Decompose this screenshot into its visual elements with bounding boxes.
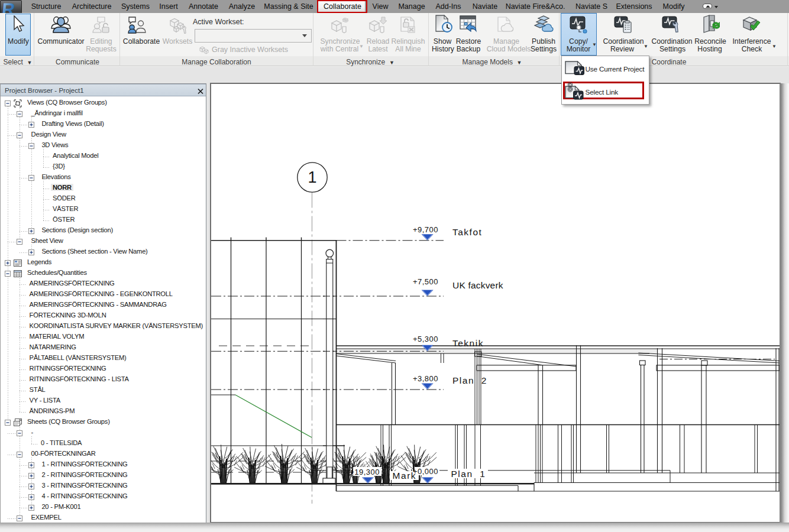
svg-text:Takfot: Takfot	[452, 227, 482, 237]
svg-text:Plan 1: Plan 1	[451, 469, 486, 479]
svg-text:1: 1	[308, 168, 316, 186]
svg-text:+7,500: +7,500	[413, 277, 438, 286]
svg-text:Teknik: Teknik	[452, 338, 484, 348]
svg-text:+5,300: +5,300	[413, 335, 438, 343]
svg-text:+19,300: +19,300	[350, 468, 380, 476]
svg-text:UK fackverk: UK fackverk	[452, 280, 503, 290]
svg-text:+9,700: +9,700	[413, 225, 438, 234]
svg-text:Plan 2: Plan 2	[452, 375, 487, 385]
svg-text:R: R	[1, 1, 16, 14]
svg-text:+3,800: +3,800	[413, 374, 438, 383]
svg-text:+0,000: +0,000	[413, 467, 438, 476]
